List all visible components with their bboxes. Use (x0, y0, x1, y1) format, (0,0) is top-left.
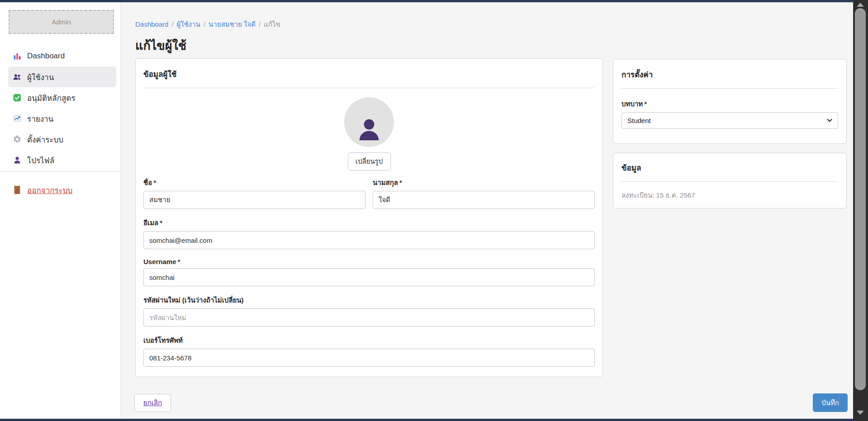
logout-button[interactable]: ออกจากระบบ (8, 180, 116, 200)
settings-card: การตั้งค่า บทบาท* Student (613, 59, 847, 144)
check-icon (13, 93, 22, 102)
scrollbar-up-arrow-icon[interactable] (857, 3, 864, 7)
username-label: Username* (143, 258, 595, 265)
phone-label: เบอร์โทรศัพท์ (143, 335, 595, 346)
info-card: ข้อมูล ลงทะเบียน: 15 ธ.ค. 2567 (613, 153, 847, 208)
required-mark: * (178, 258, 180, 265)
first-name-input[interactable] (143, 191, 365, 209)
breadcrumb-users[interactable]: ผู้ใช้งาน (177, 20, 200, 28)
required-mark: * (160, 219, 162, 227)
breadcrumb-separator: / (168, 20, 176, 28)
username-field-group: Username* (143, 258, 595, 286)
email-label: อีเมล* (143, 218, 595, 228)
required-mark: * (644, 100, 647, 108)
breadcrumb: Dashboard/ผู้ใช้งาน/นายสมชาย ใจดี/แก้ไข (135, 19, 280, 30)
sidebar-item-profile[interactable]: โปรไฟล์ (8, 150, 116, 170)
bar-chart-icon (13, 52, 22, 61)
card-divider (621, 88, 838, 89)
users-icon (13, 72, 22, 81)
sidebar-item-label: โปรไฟล์ (27, 154, 54, 166)
role-select-wrap: Student (621, 112, 838, 129)
sidebar-item-approve-courses[interactable]: อนุมัติหลักสูตร (8, 87, 116, 108)
scrollbar-thumb[interactable] (855, 8, 866, 390)
gear-icon (13, 135, 22, 144)
user-info-card-title: ข้อมูลผู้ใช้ (143, 68, 595, 80)
bottom-accent-bar (0, 419, 853, 421)
app-logo-text: Admin (52, 18, 71, 26)
app-logo: Admin (9, 10, 114, 34)
name-row: ชื่อ* นามสกุล* (143, 177, 595, 209)
avatar-person-icon (355, 116, 383, 144)
first-name-field-group: ชื่อ* (143, 177, 365, 209)
door-icon (13, 185, 22, 194)
trend-icon (13, 114, 22, 123)
email-input[interactable] (143, 231, 595, 249)
sidebar-menu: Dashboard ผู้ใช้งาน อนุมัติหลักสูตร (0, 46, 121, 200)
last-name-label: นามสกุล* (373, 177, 595, 188)
sidebar-item-reports[interactable]: รายงาน (8, 108, 116, 129)
card-divider (621, 181, 838, 182)
page-title: แก้ไขผู้ใช้ (135, 36, 186, 55)
email-field-group: อีเมล* (143, 218, 595, 249)
phone-input[interactable] (143, 349, 595, 367)
breadcrumb-separator: / (256, 20, 264, 28)
card-divider (143, 88, 595, 88)
registered-date-text: ลงทะเบียน: 15 ธ.ค. 2567 (621, 190, 838, 201)
password-input[interactable] (143, 308, 595, 326)
person-icon (13, 156, 22, 165)
sidebar-item-label: ตั้งค่าระบบ (27, 133, 63, 146)
required-mark: * (399, 179, 402, 186)
vertical-scrollbar[interactable] (853, 0, 868, 421)
change-photo-button[interactable]: เปลี่ยนรูป (348, 152, 391, 170)
sidebar-item-label: รายงาน (27, 113, 53, 125)
sidebar-item-label: อนุมัติหลักสูตร (27, 92, 76, 104)
first-name-label: ชื่อ* (143, 177, 365, 188)
password-label: รหัสผ่านใหม่ (เว้นว่างถ้าไม่เปลี่ยน) (143, 295, 595, 306)
breadcrumb-dashboard[interactable]: Dashboard (135, 20, 168, 28)
sidebar: Admin Dashboard ผู้ใช้งาน (0, 2, 121, 419)
last-name-input[interactable] (373, 191, 595, 209)
sidebar-item-dashboard[interactable]: Dashboard (8, 46, 116, 66)
sidebar-item-label: Dashboard (27, 52, 65, 61)
avatar (344, 97, 394, 147)
sidebar-item-label: ผู้ใช้งาน (27, 71, 54, 83)
role-label: บทบาท* (621, 99, 838, 109)
phone-field-group: เบอร์โทรศัพท์ (143, 335, 595, 367)
username-input[interactable] (143, 268, 595, 286)
password-field-group: รหัสผ่านใหม่ (เว้นว่างถ้าไม่เปลี่ยน) (143, 295, 595, 326)
sidebar-divider (0, 171, 121, 172)
scrollbar-down-arrow-icon[interactable] (857, 411, 864, 415)
breadcrumb-current: แก้ไข (264, 20, 280, 28)
last-name-field-group: นามสกุล* (373, 177, 595, 209)
breadcrumb-separator: / (200, 20, 209, 28)
settings-card-title: การตั้งค่า (621, 68, 838, 80)
save-button[interactable]: บันทึก (813, 393, 848, 412)
main-content: Dashboard/ผู้ใช้งาน/นายสมชาย ใจดี/แก้ไข … (121, 2, 853, 419)
required-mark: * (153, 179, 156, 186)
info-card-title: ข้อมูล (621, 161, 838, 174)
user-info-card: ข้อมูลผู้ใช้ เปลี่ยนรูป ชื่อ* นามสกุล* อ… (135, 58, 603, 377)
logout-label: ออกจากระบบ (27, 184, 72, 196)
role-select[interactable]: Student (621, 112, 838, 129)
cancel-button[interactable]: ยกเลิก (134, 394, 171, 412)
breadcrumb-user-name[interactable]: นายสมชาย ใจดี (209, 20, 256, 28)
sidebar-item-system-settings[interactable]: ตั้งค่าระบบ (8, 129, 116, 150)
sidebar-item-users[interactable]: ผู้ใช้งาน (8, 66, 116, 87)
